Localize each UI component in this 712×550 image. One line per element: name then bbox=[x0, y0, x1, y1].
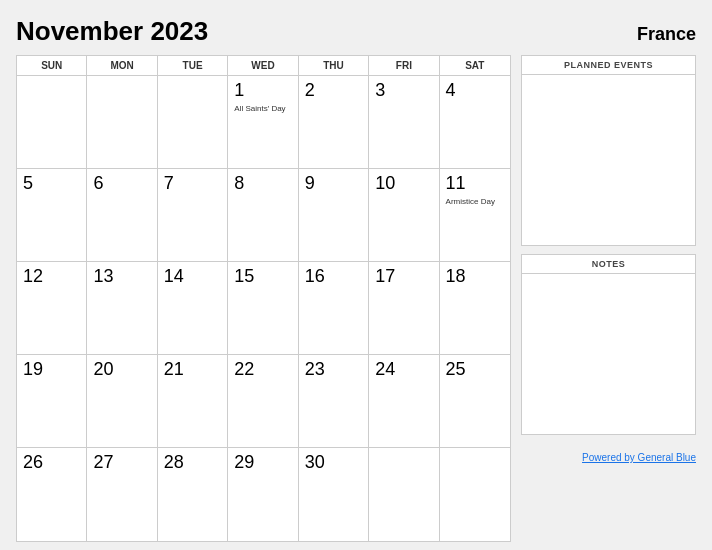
date-number: 9 bbox=[305, 173, 315, 195]
calendar-cell: 4 bbox=[440, 76, 510, 169]
calendar-cell: 5 bbox=[17, 169, 87, 262]
date-number: 1 bbox=[234, 80, 244, 102]
calendar-cell: 26 bbox=[17, 448, 87, 541]
calendar-cell: 30 bbox=[299, 448, 369, 541]
calendar-cell: 21 bbox=[158, 355, 228, 448]
date-number: 14 bbox=[164, 266, 184, 288]
main-content: SUNMONTUEWEDTHUFRISAT 1All Saints' Day23… bbox=[16, 55, 696, 542]
holiday-label: All Saints' Day bbox=[234, 104, 285, 114]
powered-by-link[interactable]: Powered by General Blue bbox=[582, 452, 696, 463]
calendar-cell: 9 bbox=[299, 169, 369, 262]
calendar-cell: 16 bbox=[299, 262, 369, 355]
calendar-country: France bbox=[637, 24, 696, 45]
calendar-cell: 13 bbox=[87, 262, 157, 355]
calendar-cell bbox=[440, 448, 510, 541]
calendar-cell: 25 bbox=[440, 355, 510, 448]
calendar-cell bbox=[87, 76, 157, 169]
notes-body bbox=[522, 274, 695, 434]
calendar-cell: 6 bbox=[87, 169, 157, 262]
date-number: 25 bbox=[446, 359, 466, 381]
date-number: 13 bbox=[93, 266, 113, 288]
calendar-cell bbox=[369, 448, 439, 541]
day-header: THU bbox=[299, 56, 369, 75]
date-number: 5 bbox=[23, 173, 33, 195]
calendar-cell: 8 bbox=[228, 169, 298, 262]
calendar-cell: 15 bbox=[228, 262, 298, 355]
date-number: 6 bbox=[93, 173, 103, 195]
date-number: 28 bbox=[164, 452, 184, 474]
date-number: 20 bbox=[93, 359, 113, 381]
day-header: WED bbox=[228, 56, 298, 75]
date-number: 27 bbox=[93, 452, 113, 474]
date-number: 16 bbox=[305, 266, 325, 288]
day-header: TUE bbox=[158, 56, 228, 75]
day-header: FRI bbox=[369, 56, 439, 75]
date-number: 19 bbox=[23, 359, 43, 381]
holiday-label: Armistice Day bbox=[446, 197, 495, 207]
calendar-cell: 12 bbox=[17, 262, 87, 355]
calendar-cell: 7 bbox=[158, 169, 228, 262]
calendar-grid: 1All Saints' Day234567891011Armistice Da… bbox=[17, 76, 510, 541]
calendar-cell: 1All Saints' Day bbox=[228, 76, 298, 169]
sidebar: PLANNED EVENTS NOTES Powered by General … bbox=[521, 55, 696, 542]
date-number: 10 bbox=[375, 173, 395, 195]
date-number: 26 bbox=[23, 452, 43, 474]
calendar-cell: 11Armistice Day bbox=[440, 169, 510, 262]
planned-events-body bbox=[522, 75, 695, 245]
calendar-cell: 22 bbox=[228, 355, 298, 448]
calendar-cell: 24 bbox=[369, 355, 439, 448]
calendar-cell: 20 bbox=[87, 355, 157, 448]
date-number: 17 bbox=[375, 266, 395, 288]
calendar-cell: 3 bbox=[369, 76, 439, 169]
page: November 2023 France SUNMONTUEWEDTHUFRIS… bbox=[0, 0, 712, 550]
calendar-cell: 27 bbox=[87, 448, 157, 541]
date-number: 30 bbox=[305, 452, 325, 474]
date-number: 29 bbox=[234, 452, 254, 474]
date-number: 12 bbox=[23, 266, 43, 288]
day-header: SAT bbox=[440, 56, 510, 75]
date-number: 21 bbox=[164, 359, 184, 381]
date-number: 4 bbox=[446, 80, 456, 102]
calendar-cell: 23 bbox=[299, 355, 369, 448]
calendar-cell bbox=[158, 76, 228, 169]
planned-events-header: PLANNED EVENTS bbox=[522, 56, 695, 75]
date-number: 18 bbox=[446, 266, 466, 288]
calendar-cell: 19 bbox=[17, 355, 87, 448]
calendar-header: November 2023 France bbox=[16, 16, 696, 47]
date-number: 2 bbox=[305, 80, 315, 102]
day-headers: SUNMONTUEWEDTHUFRISAT bbox=[17, 56, 510, 76]
calendar-cell: 14 bbox=[158, 262, 228, 355]
calendar-section: SUNMONTUEWEDTHUFRISAT 1All Saints' Day23… bbox=[16, 55, 511, 542]
day-header: SUN bbox=[17, 56, 87, 75]
calendar-cell: 2 bbox=[299, 76, 369, 169]
calendar-cell: 18 bbox=[440, 262, 510, 355]
calendar-cell bbox=[17, 76, 87, 169]
date-number: 22 bbox=[234, 359, 254, 381]
date-number: 23 bbox=[305, 359, 325, 381]
day-header: MON bbox=[87, 56, 157, 75]
date-number: 15 bbox=[234, 266, 254, 288]
calendar-cell: 28 bbox=[158, 448, 228, 541]
planned-events-box: PLANNED EVENTS bbox=[521, 55, 696, 246]
notes-header: NOTES bbox=[522, 255, 695, 274]
calendar-cell: 17 bbox=[369, 262, 439, 355]
date-number: 3 bbox=[375, 80, 385, 102]
calendar-cell: 29 bbox=[228, 448, 298, 541]
date-number: 7 bbox=[164, 173, 174, 195]
footer: Powered by General Blue bbox=[521, 447, 696, 465]
date-number: 8 bbox=[234, 173, 244, 195]
notes-box: NOTES bbox=[521, 254, 696, 435]
date-number: 11 bbox=[446, 173, 466, 195]
date-number: 24 bbox=[375, 359, 395, 381]
calendar-cell: 10 bbox=[369, 169, 439, 262]
calendar-title: November 2023 bbox=[16, 16, 208, 47]
